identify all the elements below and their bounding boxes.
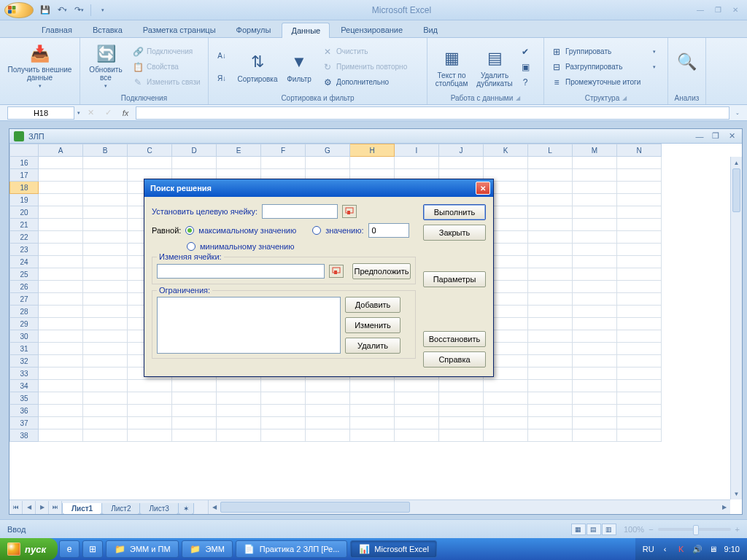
cell[interactable] xyxy=(484,157,528,169)
row-header[interactable]: 29 xyxy=(9,318,39,330)
cell[interactable] xyxy=(83,355,128,368)
cell[interactable] xyxy=(573,392,617,405)
cell[interactable] xyxy=(439,380,484,392)
value-input[interactable]: 0 xyxy=(368,223,409,238)
row-header[interactable]: 33 xyxy=(9,368,39,380)
cell[interactable] xyxy=(172,157,217,169)
cell[interactable] xyxy=(573,368,617,380)
cell[interactable] xyxy=(350,380,395,392)
cell[interactable] xyxy=(39,206,83,219)
cell[interactable] xyxy=(350,405,395,417)
column-header[interactable]: A xyxy=(39,144,83,157)
cell[interactable] xyxy=(217,417,261,429)
cell[interactable] xyxy=(573,169,617,182)
help-button[interactable]: Справка xyxy=(423,351,486,368)
get-external-data-button[interactable]: 📥 Получить внешние данные▾ xyxy=(4,43,75,91)
tab-formulas[interactable]: Формулы xyxy=(227,22,281,37)
cell[interactable] xyxy=(617,368,662,380)
cell[interactable] xyxy=(439,157,484,169)
cell[interactable] xyxy=(617,244,662,256)
scroll-left-icon[interactable]: ◀ xyxy=(209,500,220,514)
opt-max-label[interactable]: максимальному значению xyxy=(198,226,296,235)
tray-monitor-icon[interactable]: 🖥 xyxy=(708,544,719,554)
cell[interactable] xyxy=(617,380,662,392)
new-sheet-button[interactable]: ✶ xyxy=(178,503,194,514)
cell[interactable] xyxy=(528,318,573,330)
office-button[interactable] xyxy=(4,2,34,18)
formula-expand-icon[interactable]: ⌄ xyxy=(735,110,740,116)
cell[interactable] xyxy=(617,281,662,293)
reset-button[interactable]: Восстановить xyxy=(423,331,486,347)
cell[interactable] xyxy=(395,380,439,392)
cell[interactable] xyxy=(528,206,573,219)
row-header[interactable]: 19 xyxy=(9,194,39,206)
cell[interactable] xyxy=(83,417,128,429)
tab-review[interactable]: Рецензирование xyxy=(331,22,412,37)
row-header[interactable]: 16 xyxy=(9,157,39,169)
cell[interactable] xyxy=(128,380,172,392)
desktop-quicklaunch-icon[interactable]: ⊞ xyxy=(82,540,103,558)
cell[interactable] xyxy=(83,330,128,343)
cell[interactable] xyxy=(306,405,350,417)
row-header[interactable]: 26 xyxy=(9,281,39,293)
tray-volume-icon[interactable]: 🔊 xyxy=(692,544,703,554)
taskbar-item-folder2[interactable]: 📁ЭММ xyxy=(182,540,233,558)
row-header[interactable]: 17 xyxy=(9,169,39,182)
horizontal-scrollbar[interactable]: ◀ ▶ xyxy=(208,500,730,514)
view-layout-icon[interactable]: ▤ xyxy=(587,524,601,535)
sheet-nav-last-icon[interactable]: ⏭ xyxy=(49,501,62,514)
analysis-button[interactable]: 🔍 xyxy=(673,43,701,91)
cell[interactable] xyxy=(39,368,83,380)
cell[interactable] xyxy=(617,318,662,330)
cell[interactable] xyxy=(83,293,128,306)
cell[interactable] xyxy=(83,169,128,182)
row-header[interactable]: 37 xyxy=(9,417,39,429)
cell[interactable] xyxy=(39,219,83,231)
sheet-nav-next-icon[interactable]: ▶ xyxy=(36,501,49,514)
cell[interactable] xyxy=(439,417,484,429)
cell[interactable] xyxy=(573,206,617,219)
cell[interactable] xyxy=(39,293,83,306)
row-header[interactable]: 27 xyxy=(9,293,39,306)
minimize-icon[interactable]: — xyxy=(693,4,708,17)
cell[interactable] xyxy=(528,231,573,244)
cell[interactable] xyxy=(528,194,573,206)
cell[interactable] xyxy=(528,293,573,306)
cell[interactable] xyxy=(39,343,83,355)
zoom-level[interactable]: 100% xyxy=(624,525,644,534)
tab-layout[interactable]: Разметка страницы xyxy=(133,22,225,37)
sort-asc-button[interactable]: A↓ xyxy=(213,44,231,66)
row-header[interactable]: 21 xyxy=(9,219,39,231)
cell[interactable] xyxy=(261,417,306,429)
cell[interactable] xyxy=(528,281,573,293)
cell[interactable] xyxy=(83,268,128,281)
cell[interactable] xyxy=(528,392,573,405)
cell[interactable] xyxy=(83,244,128,256)
sheet-nav-first-icon[interactable]: ⏮ xyxy=(9,501,23,514)
cell[interactable] xyxy=(39,380,83,392)
cell[interactable] xyxy=(617,194,662,206)
scroll-right-icon[interactable]: ▶ xyxy=(719,500,730,514)
cell[interactable] xyxy=(395,405,439,417)
tray-antivirus-icon[interactable]: K xyxy=(676,544,686,554)
undo-icon[interactable]: ▾ xyxy=(55,3,69,18)
cell[interactable] xyxy=(573,244,617,256)
cell[interactable] xyxy=(395,157,439,169)
cell[interactable] xyxy=(528,169,573,182)
row-header[interactable]: 25 xyxy=(9,268,39,281)
cell[interactable] xyxy=(172,429,217,442)
cell[interactable] xyxy=(128,417,172,429)
cell[interactable] xyxy=(617,293,662,306)
range-picker-icon[interactable] xyxy=(342,205,357,218)
remove-duplicates-button[interactable]: ▤ Удалить дубликаты xyxy=(474,43,515,91)
column-header[interactable]: E xyxy=(217,144,261,157)
cell[interactable] xyxy=(528,306,573,318)
cell[interactable] xyxy=(573,355,617,368)
target-cell-input[interactable] xyxy=(262,204,338,219)
cell[interactable] xyxy=(217,429,261,442)
cell[interactable] xyxy=(617,231,662,244)
ungroup-button[interactable]: ⊟Разгруппировать▾ xyxy=(549,60,658,74)
row-header[interactable]: 24 xyxy=(9,256,39,268)
cell[interactable] xyxy=(83,256,128,268)
view-normal-icon[interactable]: ▦ xyxy=(571,524,586,535)
